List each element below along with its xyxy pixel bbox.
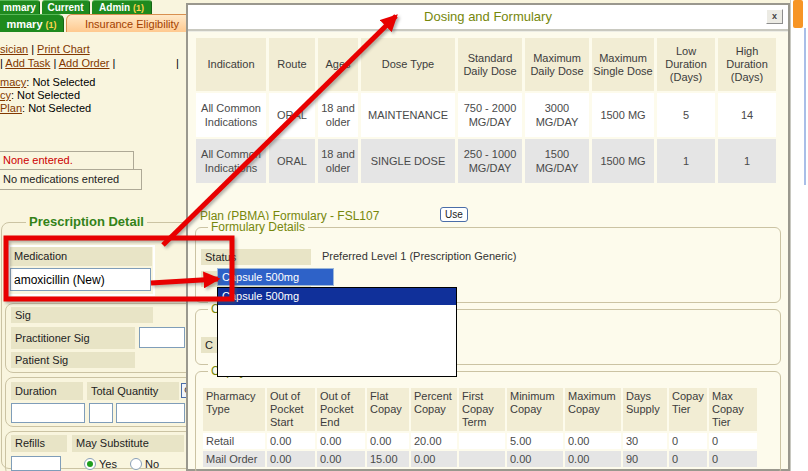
col-ages: Ages	[318, 38, 358, 91]
duration-label: Duration	[11, 382, 83, 400]
cell	[459, 433, 505, 449]
tab-summary-sub[interactable]: mmary (1)	[0, 14, 64, 32]
practitioner-sig-label: Practitioner Sig	[11, 327, 135, 349]
col-dose-type: Dose Type	[361, 38, 455, 91]
tab-label: mmary	[6, 18, 45, 30]
medications-alert: No medications entered	[0, 169, 142, 190]
cell: 15.00	[367, 451, 409, 467]
medication-input[interactable]	[10, 268, 151, 291]
agency-line: cy: Not Selected	[0, 89, 80, 101]
col-pharmacy-type: Pharmacy Type	[203, 388, 265, 431]
cell: 0.00	[565, 433, 621, 449]
scrollbar-thumb[interactable]	[793, 0, 803, 28]
cell: MAINTENANCE	[361, 93, 455, 137]
dosing-formulary-window: Dosing and Formulary x Indication Route …	[186, 3, 790, 471]
substitute-no-label: No	[145, 458, 159, 470]
agency-status: : Not Selected	[11, 89, 80, 101]
cell: 30	[623, 433, 667, 449]
tab-admin[interactable]: Admin (1)	[92, 0, 152, 14]
formulary-details-legend: Formulary Details	[208, 220, 308, 234]
formulation-dropdown-list: Capsule 500mg	[217, 287, 457, 377]
dosing-table: Indication Route Ages Dose Type Standard…	[193, 36, 779, 185]
separator: |	[50, 57, 58, 69]
status-label: Status	[201, 249, 311, 265]
col-oop-end: Out of Pocket End	[317, 388, 365, 431]
tab-current[interactable]: Current	[42, 0, 90, 14]
col-standard-daily: Standard Daily Dose	[458, 38, 522, 91]
substitute-yes-radio[interactable]	[84, 458, 96, 470]
agency-link[interactable]: cy	[0, 89, 11, 101]
plan-link[interactable]: Plan	[0, 102, 22, 114]
prescription-detail-title: Prescription Detail	[26, 214, 147, 229]
dosing-row[interactable]: All Common Indications ORAL 18 and older…	[196, 139, 776, 183]
print-chart-link[interactable]: Print Chart	[37, 43, 90, 55]
tab-badge: (1)	[46, 20, 57, 30]
col-min-copay: Minimum Copay	[507, 388, 563, 431]
cell: Mail Order	[203, 451, 265, 467]
copay-details-fieldset: Pharmacy Type Out of Pocket Start Out of…	[195, 371, 781, 471]
cell: SINGLE DOSE	[361, 139, 455, 183]
pharmacy-link[interactable]: macy	[0, 76, 26, 88]
cell: 3000 MG/DAY	[525, 93, 589, 137]
close-icon[interactable]: x	[766, 9, 783, 24]
physician-print-chart-line: sician | Print Chart	[0, 43, 90, 55]
dropdown-item[interactable]: Capsule 500mg	[218, 288, 456, 305]
quantity-unit-input[interactable]	[116, 403, 185, 423]
col-first-copay-term: First Copay Term	[459, 388, 505, 431]
cell: 0.00	[317, 433, 365, 449]
pharmacy-line: macy: Not Selected	[0, 76, 95, 88]
page-scrollbar	[790, 0, 808, 471]
tab-insurance-eligibility[interactable]: Insurance Eligibility	[66, 14, 198, 32]
col-max-copay-tier: Max Copay Tier	[709, 388, 757, 431]
copay-table: Pharmacy Type Out of Pocket Start Out of…	[201, 386, 759, 469]
cell: 1	[657, 139, 715, 183]
cell: 0	[709, 451, 757, 467]
medication-label: Medication	[10, 247, 152, 266]
cell: 1500 MG/DAY	[525, 139, 589, 183]
tab-label: mmary	[3, 2, 36, 13]
scroll-track-line	[804, 28, 806, 185]
col-indication: Indication	[196, 38, 266, 91]
cell: Retail	[203, 433, 265, 449]
physician-link[interactable]: sician	[0, 43, 28, 55]
refills-input[interactable]	[11, 456, 61, 471]
cell: 0.00	[267, 451, 315, 467]
add-order-link[interactable]: Add Order	[59, 57, 110, 69]
substitute-no-radio[interactable]	[130, 458, 142, 470]
cell: 0	[709, 433, 757, 449]
use-button[interactable]: Use	[440, 207, 468, 222]
tab-summary-top[interactable]: mmary	[0, 0, 40, 14]
cell: 0.00	[317, 451, 365, 467]
plan-line: Plan: Not Selected	[0, 102, 91, 114]
cell: 0	[669, 433, 707, 449]
cell: 5.00	[507, 433, 563, 449]
cell: All Common Indications	[196, 93, 266, 137]
substitute-yes-label: Yes	[99, 458, 117, 470]
tab-label: Current	[47, 2, 83, 13]
cell: 20.00	[411, 433, 457, 449]
practitioner-sig-input[interactable]	[139, 327, 185, 348]
patient-sig-label: Patient Sig	[11, 352, 135, 368]
duration-input[interactable]	[11, 403, 85, 423]
quantity-input[interactable]	[89, 403, 113, 423]
allergies-alert: None entered.	[0, 151, 134, 170]
status-value: Preferred Level 1 (Prescription Generic)	[322, 250, 516, 262]
formulation-combobox[interactable]: Capsule 500mg	[217, 268, 334, 286]
cell: 1	[718, 139, 776, 183]
cell: 0.00	[267, 433, 315, 449]
cell: All Common Indications	[196, 139, 266, 183]
tab-label: Insurance Eligibility	[85, 18, 179, 30]
plan-status: : Not Selected	[22, 102, 91, 114]
add-task-link[interactable]: Add Task	[5, 57, 50, 69]
cell: 0.00	[507, 451, 563, 467]
dosing-row[interactable]: All Common Indications ORAL 18 and older…	[196, 93, 776, 137]
cell: 0	[669, 451, 707, 467]
pharmacy-status: : Not Selected	[26, 76, 95, 88]
col-high-duration: High Duration (Days)	[718, 38, 776, 91]
cell: ORAL	[269, 93, 315, 137]
may-substitute-label: May Substitute	[72, 435, 184, 452]
total-quantity-label: Total Quantity	[87, 382, 179, 400]
cell: 18 and older	[318, 93, 358, 137]
col-oop-start: Out of Pocket Start	[267, 388, 315, 431]
col-copay-tier: Copay Tier	[669, 388, 707, 431]
